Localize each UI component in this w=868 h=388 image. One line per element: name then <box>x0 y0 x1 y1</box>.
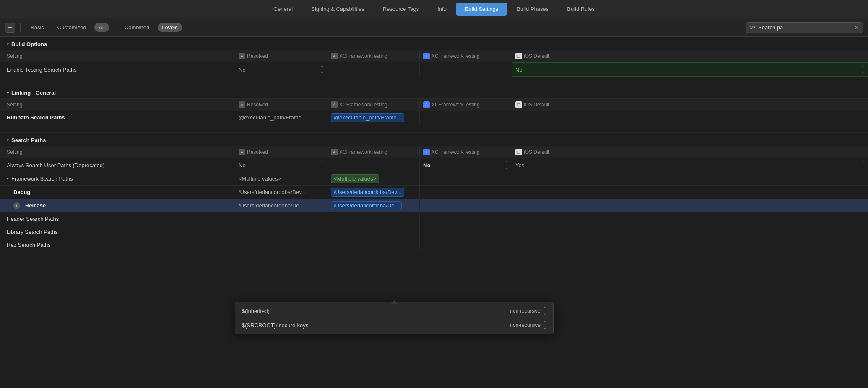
name-always-search: Always Search User Paths (Deprecated) <box>0 159 235 171</box>
tab-build-phases[interactable]: Build Phases <box>507 3 558 16</box>
popup-row-srcroot[interactable]: $(SRCROOT)/.secure-keys non-recursive ⌃⌄ <box>235 318 553 332</box>
section-linking-arrow[interactable]: ▾ <box>7 91 9 95</box>
tab-info[interactable]: Info <box>428 3 456 16</box>
ios-always-search-arrow[interactable]: ⌃⌄ <box>861 160 865 170</box>
resolved-rez-search <box>235 238 327 251</box>
row-debug: Debug /Users/deriancordoba/Dev... /Users… <box>0 186 868 199</box>
ios-rez-search <box>512 238 868 251</box>
col-resolved-sp: A Resolved <box>235 148 327 156</box>
col-resolved-lg: A Resolved <box>235 101 327 109</box>
col3-debug[interactable]: /Users/deriancordoba/Dev... <box>327 186 419 199</box>
spacer1 <box>0 77 868 85</box>
ios-enable-testing[interactable]: No ⌃⌄ <box>512 62 868 77</box>
col-xcfw1-bo: A XCFrameworkTesting <box>327 52 419 60</box>
row-release[interactable]: + Release /Users/deriancordoba/De... /Us… <box>0 199 868 212</box>
col-ios-bo: ▢ iOS Default <box>512 52 868 60</box>
col-xcfw1-sp: A XCFrameworkTesting <box>327 148 419 156</box>
popup-path-inherited: $(inherited) <box>242 308 270 314</box>
ios-library-search <box>512 225 868 238</box>
divider1 <box>20 23 21 32</box>
resolved-icon-lg: A <box>239 101 245 108</box>
name-library-search: Library Search Paths <box>0 225 235 238</box>
release-add-icon[interactable]: + <box>13 202 20 209</box>
tab-bar: General Signing & Capabilities Resource … <box>0 0 868 18</box>
ios-always-search[interactable]: Yes ⌃⌄ <box>512 158 868 172</box>
divider2 <box>114 23 114 32</box>
col4-dropdown-arrow[interactable]: ⌃⌄ <box>505 160 508 170</box>
ios-release <box>512 199 868 212</box>
col4-rez-search <box>419 238 512 251</box>
section-search-paths: ▾ Search Paths <box>0 133 868 146</box>
filter-levels[interactable]: Levels <box>158 23 182 32</box>
xcfw2-icon-bo: A <box>423 53 430 59</box>
col4-always-search[interactable]: No ⌃⌄ <box>419 158 512 172</box>
ios-dropdown-arrow[interactable]: ⌃⌄ <box>861 65 864 74</box>
xcfw2-icon-lg: A <box>423 101 430 108</box>
popup-recursive-inherited: non-recursive <box>510 308 541 314</box>
col3-header-search <box>327 212 419 225</box>
col4-release <box>419 199 512 212</box>
always-search-dropdown-arrow[interactable]: ⌃⌄ <box>320 160 324 170</box>
row-always-search-user-paths: Always Search User Paths (Deprecated) No… <box>0 158 868 172</box>
col3-runpath[interactable]: @executable_path/Frame... <box>327 111 419 124</box>
section-search-paths-title: Search Paths <box>11 137 46 143</box>
resolved-enable-testing: No ⌃⌄ <box>235 63 327 76</box>
row-runpath-search-paths: Runpath Search Paths @executable_path/Fr… <box>0 111 868 124</box>
name-release: + Release <box>0 199 235 212</box>
col-setting-bo: Setting <box>0 52 235 60</box>
ios-debug <box>512 186 868 199</box>
row-header-search-paths: Header Search Paths <box>0 212 868 225</box>
search-input[interactable] <box>758 24 852 31</box>
ios-framework <box>512 173 868 185</box>
name-runpath: Runpath Search Paths <box>0 111 235 124</box>
filter-basic[interactable]: Basic <box>26 23 49 32</box>
name-framework-search: ▾ Framework Search Paths <box>0 173 235 185</box>
tab-general[interactable]: General <box>264 3 302 16</box>
name-header-search: Header Search Paths <box>0 212 235 225</box>
popup-arrow-srcroot[interactable]: ⌃⌄ <box>543 321 546 330</box>
section-linking-title: Linking - General <box>11 90 56 96</box>
col4-header-search <box>419 212 512 225</box>
section-build-options-title: Build Options <box>11 41 47 47</box>
resolved-dropdown-arrow[interactable]: ⌃⌄ <box>320 65 324 74</box>
framework-expand-arrow[interactable]: ▾ <box>7 176 9 181</box>
popup-recursive-srcroot: non-recursive <box>510 322 541 328</box>
resolved-icon-sp: A <box>239 149 245 155</box>
col3-rez-search <box>327 238 419 251</box>
xcfw1-icon-sp: A <box>331 149 338 155</box>
search-paths-col-headers: Setting A Resolved A XCFrameworkTesting … <box>0 146 868 158</box>
resolved-release: /Users/deriancordoba/De... <box>235 199 327 212</box>
add-button[interactable]: + <box>5 23 15 33</box>
col3-always-search <box>327 159 419 171</box>
tab-resource-tags[interactable]: Resource Tags <box>374 3 428 16</box>
row-rez-search-paths: Rez Search Paths <box>0 238 868 251</box>
popup-row-inherited[interactable]: $(inherited) non-recursive ⌃⌄ <box>235 304 553 318</box>
col4-runpath <box>419 111 512 124</box>
name-rez-search: Rez Search Paths <box>0 238 235 251</box>
ios-icon-lg: ▢ <box>515 101 522 108</box>
name-enable-testing: Enable Testing Search Paths <box>0 63 235 76</box>
tab-build-rules[interactable]: Build Rules <box>558 3 604 16</box>
col-xcfw2-lg: A XCFrameworkTesting <box>419 101 512 109</box>
popup-arrow-inherited[interactable]: ⌃⌄ <box>543 306 546 316</box>
section-search-paths-arrow[interactable]: ▾ <box>7 138 9 142</box>
section-build-options-arrow[interactable]: ▾ <box>7 42 9 47</box>
col3-release[interactable]: /Users/deriancordoba/De... <box>327 199 419 212</box>
col3-library-search <box>327 225 419 238</box>
filter-all[interactable]: All <box>94 23 109 32</box>
resolved-framework: <Multiple values> <box>235 173 327 185</box>
filter-customized[interactable]: Customized <box>52 23 91 32</box>
row-library-search-paths: Library Search Paths <box>0 225 868 238</box>
col-xcfw1-lg: A XCFrameworkTesting <box>327 101 419 109</box>
main-content: ▾ Build Options Setting A Resolved A XCF… <box>0 37 868 388</box>
col3-enable-testing <box>327 63 419 76</box>
tab-signing[interactable]: Signing & Capabilities <box>302 3 373 16</box>
ios-header-search <box>512 212 868 225</box>
tab-build-settings[interactable]: Build Settings <box>456 3 508 16</box>
filter-combined[interactable]: Combined <box>120 23 154 32</box>
search-clear-button[interactable]: ✕ <box>854 24 859 31</box>
resolved-icon-bo: A <box>239 53 245 59</box>
row-framework-search-paths: ▾ Framework Search Paths <Multiple value… <box>0 172 868 186</box>
ios-icon-sp: ▢ <box>515 149 522 155</box>
col3-framework[interactable]: <Multiple values> <box>327 172 419 185</box>
